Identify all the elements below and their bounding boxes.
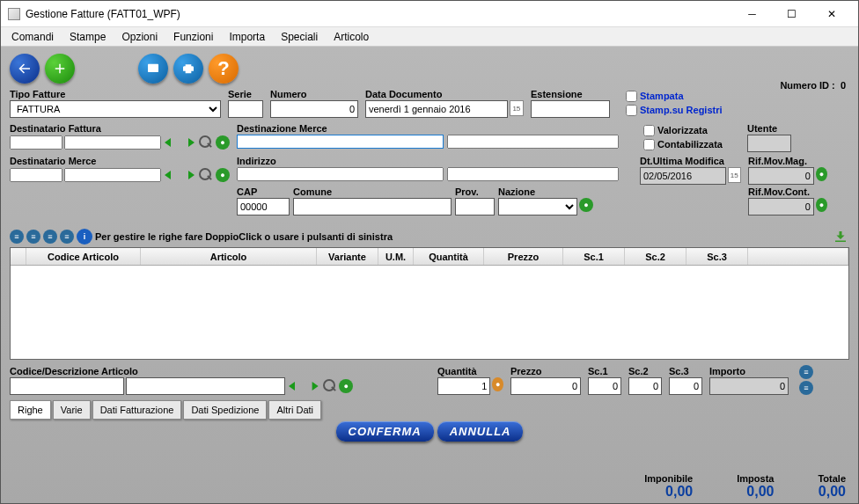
search-icon[interactable] xyxy=(198,135,214,150)
totale-label: Totale xyxy=(818,473,846,484)
dest-fattura-code[interactable] xyxy=(10,135,62,150)
utente-input xyxy=(747,135,791,152)
tab-dati-fatturazione[interactable]: Dati Fatturazione xyxy=(92,400,182,420)
add-button[interactable] xyxy=(45,54,75,84)
nazione-select[interactable] xyxy=(498,198,577,215)
tipo-fatture-select[interactable]: FATTURA xyxy=(10,100,221,118)
estensione-label: Estensione xyxy=(531,89,610,99)
cap-input[interactable] xyxy=(237,198,290,215)
rif-mag-label: Rif.Mov.Mag. xyxy=(748,156,827,166)
quantita-icon[interactable]: ● xyxy=(492,377,503,391)
screen-button[interactable] xyxy=(138,54,168,84)
conferma-button[interactable]: CONFERMA xyxy=(336,421,434,442)
menu-importa[interactable]: Importa xyxy=(222,29,272,45)
grid-tool-4-icon[interactable]: ≡ xyxy=(60,230,74,244)
info-icon[interactable]: i xyxy=(77,229,92,245)
entry-arrow-left-icon[interactable] xyxy=(287,380,303,392)
grid-hint: Per gestire le righe fare DoppioClick o … xyxy=(95,231,393,242)
calendar-icon[interactable]: 15 xyxy=(510,100,524,116)
rif-cont-go-icon[interactable]: ● xyxy=(816,198,827,212)
grid-tool-1-icon[interactable]: ≡ xyxy=(10,230,24,244)
tab-righe[interactable]: Righe xyxy=(10,400,51,420)
grid-tool-2-icon[interactable]: ≡ xyxy=(26,230,40,244)
quantita-input[interactable] xyxy=(437,377,490,395)
stampata-label: Stampata xyxy=(640,91,684,101)
col-sc3: Sc.3 xyxy=(686,248,748,265)
search-icon-2[interactable] xyxy=(198,167,214,183)
annulla-button[interactable]: ANNULLA xyxy=(437,421,524,442)
entry-tool-2-icon[interactable]: ≡ xyxy=(799,381,813,395)
valorizzata-check[interactable] xyxy=(643,125,655,136)
rif-cont-label: Rif.Mov.Cont. xyxy=(748,186,827,197)
codice-input[interactable] xyxy=(10,377,124,395)
dest-merce-desc[interactable] xyxy=(64,168,161,182)
entry-search-icon[interactable] xyxy=(322,378,338,394)
nazione-go-icon[interactable]: ● xyxy=(579,198,593,212)
grid-tool-3-icon[interactable]: ≡ xyxy=(43,230,57,244)
tab-altri-dati[interactable]: Altri Dati xyxy=(268,400,321,420)
dest-fattura-desc[interactable] xyxy=(64,135,161,150)
dest-merce-code[interactable] xyxy=(10,168,62,182)
prezzo-input[interactable] xyxy=(510,377,581,395)
menu-comandi[interactable]: Comandi xyxy=(4,29,61,45)
menu-opzioni[interactable]: Opzioni xyxy=(114,29,165,45)
stamp-reg-check[interactable] xyxy=(626,105,637,116)
entry-go-icon[interactable]: ● xyxy=(339,379,353,393)
comune-label: Comune xyxy=(293,186,452,197)
sc1-input[interactable] xyxy=(588,377,621,395)
maximize-button[interactable]: ☐ xyxy=(772,2,811,26)
imponibile-value: 0,00 xyxy=(644,484,693,500)
nazione-label: Nazione xyxy=(498,186,595,197)
serie-input[interactable] xyxy=(228,100,263,118)
comune-input[interactable] xyxy=(293,198,452,215)
prov-input[interactable] xyxy=(455,198,495,215)
contabilizzata-check[interactable] xyxy=(643,139,655,150)
go-icon[interactable]: ● xyxy=(216,135,230,150)
arrow-left-icon-2[interactable] xyxy=(163,169,179,181)
grid[interactable]: Codice Articolo Articolo Variante U.M. Q… xyxy=(10,247,849,360)
arrow-right-icon[interactable] xyxy=(180,136,196,149)
window-title: Gestione Fatture (FATT01_WPF) xyxy=(26,8,732,20)
minimize-button[interactable]: ─ xyxy=(732,2,772,26)
destinazione-merce-label: Destinazione Merce xyxy=(237,123,633,134)
menu-articolo[interactable]: Articolo xyxy=(327,29,376,45)
imposta-value: 0,00 xyxy=(737,484,774,500)
sc3-input[interactable] xyxy=(669,377,702,395)
stampata-check[interactable] xyxy=(626,91,637,102)
imponibile-label: Imponibile xyxy=(644,473,693,484)
destinazione-merce-1[interactable] xyxy=(237,135,444,149)
content-area: ? Numero ID : 0 Tipo Fatture FATTURA Ser… xyxy=(1,47,858,504)
quantita-label: Quantità xyxy=(437,366,503,376)
tab-varie[interactable]: Varie xyxy=(53,400,91,420)
tab-dati-spedizione[interactable]: Dati Spedizione xyxy=(183,400,267,420)
entry-tool-1-icon[interactable]: ≡ xyxy=(799,365,813,379)
print-button[interactable] xyxy=(173,54,203,84)
calendar-icon-2[interactable]: 15 xyxy=(728,167,741,183)
descrizione-input[interactable] xyxy=(126,377,285,395)
menu-funzioni[interactable]: Funzioni xyxy=(166,29,220,45)
data-doc-input[interactable] xyxy=(365,100,508,118)
close-button[interactable]: ✕ xyxy=(811,2,851,26)
indirizzo-2[interactable] xyxy=(447,167,619,181)
download-icon[interactable] xyxy=(832,228,849,245)
entry-arrow-right-icon[interactable] xyxy=(305,380,320,392)
data-doc-label: Data Documento xyxy=(365,89,524,99)
contabilizzata-label: Contabilizzata xyxy=(657,139,723,150)
tabs: Righe Varie Dati Fatturazione Dati Spedi… xyxy=(10,400,849,420)
numero-input[interactable] xyxy=(270,100,358,118)
help-button[interactable]: ? xyxy=(209,54,239,84)
arrow-right-icon-2[interactable] xyxy=(180,169,196,181)
sc2-label: Sc.2 xyxy=(628,366,662,376)
estensione-input[interactable] xyxy=(531,100,610,118)
menu-speciali[interactable]: Speciali xyxy=(274,29,325,45)
numero-label: Numero xyxy=(270,89,358,99)
rif-mag-go-icon[interactable]: ● xyxy=(816,167,827,181)
sc2-input[interactable] xyxy=(628,377,662,395)
go-icon-2[interactable]: ● xyxy=(216,168,230,182)
indirizzo-1[interactable] xyxy=(237,167,444,181)
arrow-left-icon[interactable] xyxy=(163,136,179,149)
menu-stampe[interactable]: Stampe xyxy=(62,29,113,45)
back-button[interactable] xyxy=(10,54,40,84)
totals: Imponibile0,00 Imposta0,00 Totale0,00 xyxy=(644,473,846,500)
destinazione-merce-2[interactable] xyxy=(447,135,619,149)
